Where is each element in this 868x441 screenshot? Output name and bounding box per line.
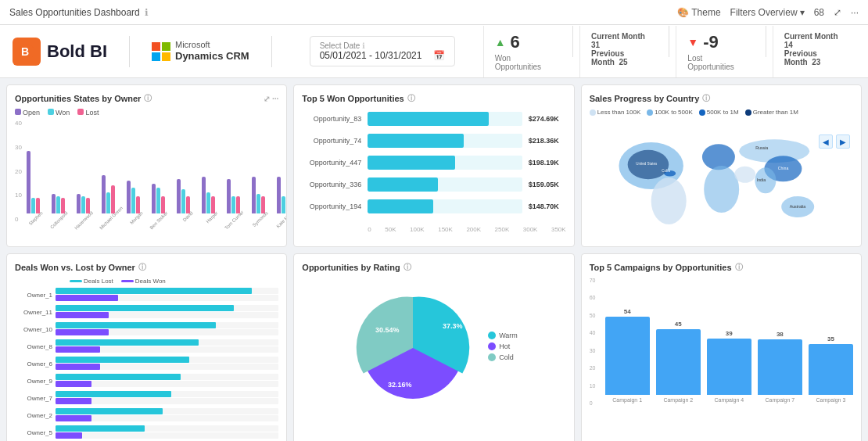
kpi-lost-current-val: 14	[784, 41, 793, 49]
top5-bar-value: $274.69K	[525, 115, 566, 123]
svg-text:Cuba: Cuba	[662, 169, 670, 173]
deals-won-fill	[56, 432, 82, 439]
deals-lost-fill	[56, 288, 252, 294]
top5-bar-fill	[368, 177, 438, 192]
theme-button[interactable]: 🎨 Theme	[677, 7, 720, 18]
pie-legend: Warm Hot Cold	[488, 332, 518, 364]
kpi-lost-value: -9	[703, 32, 719, 52]
opp-rating-card: Opportunities by Rating ⓘ 37.3% 30.54% 3…	[293, 253, 574, 441]
date-info-icon: ℹ	[362, 41, 365, 50]
opp-bar-group: David	[172, 127, 195, 223]
deals-bar-row: Owner_9	[15, 374, 278, 388]
opp-bar-lost	[111, 185, 115, 213]
top5-bars-container: Opportunity_83$274.69KOpportunity_74$218…	[302, 109, 565, 224]
deals-bar-row: Owner_2	[15, 408, 278, 422]
opp-states-card: Opportunities States by Owner ⓘ ⤢ ··· Op…	[6, 84, 287, 247]
deals-info-icon[interactable]: ⓘ	[138, 262, 146, 273]
sales-progress-info-icon[interactable]: ⓘ	[702, 93, 710, 104]
campaign-bar-col: 45Campaign 2	[656, 321, 701, 403]
kpi-won-label: Won Opportunities	[495, 54, 555, 71]
campaign-bar-value: 35	[827, 335, 834, 342]
deals-won-fill	[56, 346, 100, 353]
top5-bar-row: Opportunity_336$159.05K	[302, 177, 565, 192]
deals-won-fill	[56, 415, 91, 421]
top5-won-title: Top 5 Won Opportunities ⓘ	[302, 93, 565, 104]
header-bar: B Bold BI Microsoft Dynamics CRM Select …	[0, 25, 868, 78]
top5-campaigns-info-icon[interactable]: ⓘ	[735, 262, 743, 273]
opp-bar-group: Tom Curner	[222, 127, 246, 223]
dashboard-title: Sales Opportunities Dashboard	[9, 7, 140, 18]
deals-lost-fill	[56, 391, 171, 397]
kpi-won-main: ▲ 6	[495, 32, 555, 52]
bar-owner-label: Ben Stoker	[149, 210, 168, 230]
opp-states-expand-icon[interactable]: ⤢ ···	[264, 95, 278, 103]
svg-text:32.16%: 32.16%	[388, 381, 412, 389]
top5-bar-track	[368, 199, 522, 213]
top5-bar-label: Opportunity_83	[302, 115, 364, 123]
expand-icon[interactable]: ⤢	[834, 7, 841, 18]
top5-bar-track	[368, 134, 522, 148]
deals-owner-label: Owner_6	[15, 360, 56, 368]
date-widget[interactable]: Select Date ℹ 05/01/2021 - 10/31/2021 📅	[310, 36, 455, 66]
topbar-info-icon[interactable]: ℹ	[145, 7, 149, 18]
kpi-divider	[669, 26, 669, 57]
bar-owner-label: Morgan	[124, 210, 143, 230]
kpi-lost-prev-val: 23	[812, 58, 820, 66]
deals-bar-row: Owner_8	[15, 339, 278, 353]
top5-bar-label: Opportunity_74	[302, 137, 364, 145]
map-next-btn[interactable]: ▶	[836, 134, 850, 149]
deals-lost-track	[56, 391, 278, 397]
deals-bars-col	[56, 288, 278, 302]
opp-bar-open	[127, 181, 131, 213]
bar-owner-label: Stephen	[23, 210, 43, 230]
kpi-won-prev-val: 25	[619, 58, 628, 66]
more-options-icon[interactable]: ···	[851, 7, 859, 18]
filters-button[interactable]: Filters Overview ▾	[730, 7, 805, 18]
deals-won-fill	[56, 295, 118, 301]
deals-owner-label: Owner_9	[15, 378, 56, 385]
opp-bar-group: Coltonpool	[47, 127, 70, 223]
opp-states-chart-area: 403020100 StephenColtonpoolHazerwoodMich…	[15, 120, 278, 237]
opp-bar-group: Hazerwood	[72, 127, 95, 223]
opp-bar-open	[227, 179, 231, 213]
world-map-svg: Russia China India Cuba United States Au…	[590, 119, 853, 236]
svg-point-10	[734, 167, 755, 183]
opp-bar-open	[252, 177, 256, 213]
kpi-won-arrow: ▲	[495, 36, 506, 48]
opp-bar-open	[152, 184, 156, 214]
map-prev-btn[interactable]: ◀	[819, 134, 833, 149]
top5-bar-value: $148.70K	[525, 203, 566, 210]
top5-bar-track	[368, 177, 522, 192]
deals-lost-fill	[56, 357, 189, 363]
campaign-bar-label: Campaign 2	[663, 397, 693, 403]
deals-lost-fill	[56, 374, 181, 380]
campaign-bar-col: 54Campaign 1	[605, 308, 650, 403]
top5-won-info-icon[interactable]: ⓘ	[407, 93, 415, 104]
top5-bar-fill	[368, 134, 464, 148]
deals-won-track	[56, 329, 278, 335]
top5-bar-row: Opportunity_83$274.69K	[302, 112, 565, 126]
deals-won-track	[56, 346, 278, 353]
deals-bar-row: Owner_10	[15, 322, 278, 336]
deals-won-fill	[56, 364, 100, 370]
ms-sq-yellow	[162, 52, 170, 61]
chevron-down-icon: ▾	[800, 7, 805, 18]
svg-point-5	[704, 166, 739, 213]
svg-text:Russia: Russia	[755, 145, 768, 150]
opp-bar-won	[81, 196, 85, 213]
deals-won-fill	[56, 381, 91, 387]
opp-bar-won	[231, 196, 235, 213]
svg-text:India: India	[756, 177, 765, 182]
campaign-bar-label: Campaign 3	[816, 397, 846, 403]
map-container: ◀ ▶	[590, 119, 853, 238]
opp-rating-info-icon[interactable]: ⓘ	[404, 262, 411, 273]
campaign-bar-label: Campaign 1	[612, 397, 642, 403]
bar-owner-label: Harper	[199, 210, 218, 230]
opp-states-info-icon[interactable]: ⓘ	[144, 93, 152, 104]
deals-won-track	[56, 364, 278, 370]
opp-bar-lost	[286, 194, 287, 213]
date-value[interactable]: 05/01/2021 - 10/31/2021 📅	[320, 50, 445, 61]
kpi-area: ▲ 6 Won Opportunities Current Month 31 P…	[483, 26, 855, 77]
opp-bar-group: Stephen	[22, 127, 45, 223]
deals-bar-row: Owner_7	[15, 391, 278, 405]
